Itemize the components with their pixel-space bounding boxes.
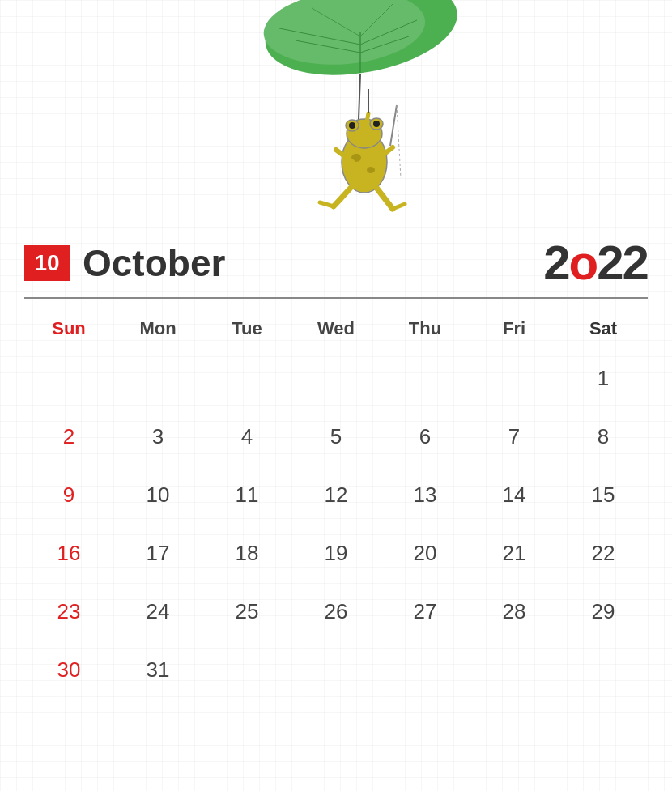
cal-cell <box>202 640 291 699</box>
cal-cell <box>24 349 113 407</box>
cal-cell: 9 <box>24 466 113 524</box>
calendar-grid: 1 2 3 4 5 6 7 8 9 10 11 12 13 14 15 16 1… <box>24 349 648 699</box>
svg-point-11 <box>351 154 361 162</box>
cal-cell: 29 <box>559 582 648 640</box>
cal-cell: 14 <box>470 466 559 524</box>
cal-cell: 26 <box>291 582 381 640</box>
cal-cell: 10 <box>113 466 202 524</box>
cal-cell: 20 <box>381 524 470 582</box>
year-prefix: 2 <box>543 236 568 290</box>
cal-cell <box>381 640 470 699</box>
cal-cell <box>291 640 381 699</box>
cal-cell: 25 <box>202 582 291 640</box>
cal-cell <box>470 349 559 407</box>
month-name: October <box>83 241 543 285</box>
day-header-fri: Fri <box>470 312 559 346</box>
cal-cell: 23 <box>24 582 113 640</box>
svg-point-0 <box>258 0 465 89</box>
day-header-sun: Sun <box>24 312 113 346</box>
svg-line-5 <box>279 28 360 45</box>
svg-line-23 <box>334 186 352 206</box>
cal-cell: 15 <box>559 466 648 524</box>
svg-line-3 <box>296 40 360 53</box>
cal-cell <box>559 640 648 699</box>
calendar-container: 10 October 2o22 Sun Mon Tue Wed Thu Fri … <box>24 235 648 699</box>
cal-cell: 13 <box>381 466 470 524</box>
svg-line-4 <box>360 36 409 53</box>
calendar-header: 10 October 2o22 <box>24 235 648 291</box>
cal-cell: 7 <box>470 407 559 466</box>
cal-cell <box>470 640 559 699</box>
svg-point-1 <box>261 0 428 71</box>
svg-line-6 <box>360 20 417 45</box>
cal-cell: 28 <box>470 582 559 640</box>
day-header-tue: Tue <box>202 312 291 346</box>
svg-line-21 <box>390 105 397 146</box>
svg-line-25 <box>376 188 393 209</box>
svg-line-9 <box>356 74 360 186</box>
cal-cell <box>202 349 291 407</box>
year-display: 2o22 <box>543 235 648 291</box>
cal-cell: 21 <box>470 524 559 582</box>
cal-cell: 17 <box>113 524 202 582</box>
svg-line-22 <box>397 105 401 178</box>
cal-cell: 16 <box>24 524 113 582</box>
svg-point-17 <box>349 122 355 129</box>
year-red-letter: o <box>569 236 598 290</box>
day-header-sat: Sat <box>559 312 648 346</box>
cal-cell: 11 <box>202 466 291 524</box>
svg-point-16 <box>370 118 383 130</box>
svg-point-12 <box>367 167 375 173</box>
svg-point-13 <box>361 142 368 149</box>
cal-cell <box>381 349 470 407</box>
cal-cell: 27 <box>381 582 470 640</box>
cal-cell: 12 <box>291 466 381 524</box>
cal-cell: 24 <box>113 582 202 640</box>
svg-line-8 <box>360 4 393 36</box>
year-suffix: 22 <box>597 236 648 290</box>
svg-point-15 <box>346 120 359 131</box>
cal-cell: 2 <box>24 407 113 466</box>
svg-line-27 <box>364 113 368 136</box>
svg-line-26 <box>393 204 405 209</box>
cal-cell: 22 <box>559 524 648 582</box>
svg-point-18 <box>373 121 380 127</box>
svg-point-14 <box>347 119 382 148</box>
cal-cell <box>113 349 202 407</box>
cal-cell: 31 <box>113 640 202 699</box>
cal-cell: 30 <box>24 640 113 699</box>
cal-cell: 8 <box>559 407 648 466</box>
cal-cell: 4 <box>202 407 291 466</box>
month-number-badge: 10 <box>24 245 70 281</box>
day-header-mon: Mon <box>113 312 202 346</box>
cal-cell: 5 <box>291 407 381 466</box>
day-header-thu: Thu <box>381 312 470 346</box>
cal-cell <box>291 349 381 407</box>
cal-cell: 3 <box>113 407 202 466</box>
header-divider <box>24 297 648 299</box>
svg-line-24 <box>320 202 334 206</box>
day-headers: Sun Mon Tue Wed Thu Fri Sat <box>24 312 648 346</box>
cal-cell: 18 <box>202 524 291 582</box>
cal-cell: 19 <box>291 524 381 582</box>
svg-point-10 <box>342 131 387 193</box>
cal-cell: 6 <box>381 407 470 466</box>
cal-cell: 1 <box>559 349 648 407</box>
svg-line-19 <box>336 150 352 162</box>
svg-line-7 <box>312 8 360 36</box>
day-header-wed: Wed <box>291 312 381 346</box>
svg-line-20 <box>376 147 393 160</box>
